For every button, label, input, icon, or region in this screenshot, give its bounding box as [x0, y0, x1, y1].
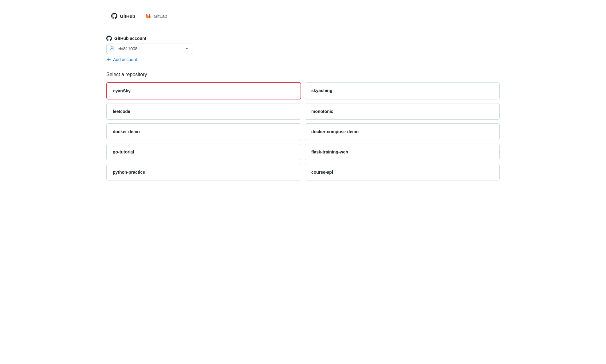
tab-bar: GitHub GitLab [106, 9, 500, 23]
add-account-link[interactable]: Add account [106, 57, 500, 62]
tab-github-label: GitHub [120, 14, 135, 19]
repo-item-docker-demo[interactable]: docker-demo [106, 123, 301, 140]
repo-item-python-practice[interactable]: python-practice [106, 164, 301, 180]
add-account-label: Add account [113, 57, 137, 62]
repo-item-leetcode[interactable]: leetcode [106, 103, 301, 120]
repo-item-go-tutorial[interactable]: go-tutorial [106, 144, 301, 160]
github-account-icon [106, 36, 112, 41]
repo-item-monotonic[interactable]: monotonic [305, 103, 500, 120]
repo-section: Select a repository cyanSky skyaching le… [106, 72, 500, 180]
account-section-label: GitHub account [106, 36, 500, 41]
gitlab-tab-icon [145, 13, 151, 19]
repo-item-course-api[interactable]: course-api [305, 164, 500, 180]
repo-item-docker-compose-demo[interactable]: docker-compose-demo [305, 123, 500, 140]
account-label-text: GitHub account [114, 36, 146, 41]
repo-grid: cyanSky skyaching leetcode monotonic doc… [106, 82, 500, 180]
tab-gitlab[interactable]: GitLab [140, 9, 172, 23]
repo-item-skyaching[interactable]: skyaching [305, 82, 500, 99]
repo-item-flask-training-web[interactable]: flask-training-web [305, 144, 500, 160]
account-dropdown-wrapper: chi811008 [106, 44, 192, 54]
account-dropdown[interactable]: chi811008 [106, 44, 192, 54]
github-tab-icon [111, 13, 117, 19]
repo-section-title: Select a repository [106, 72, 500, 77]
tab-github[interactable]: GitHub [106, 9, 140, 23]
repo-item-cyansky[interactable]: cyanSky [106, 82, 301, 99]
add-account-icon [106, 57, 111, 62]
account-section: GitHub account chi811008 Add account [106, 36, 500, 62]
tab-gitlab-label: GitLab [154, 14, 167, 19]
